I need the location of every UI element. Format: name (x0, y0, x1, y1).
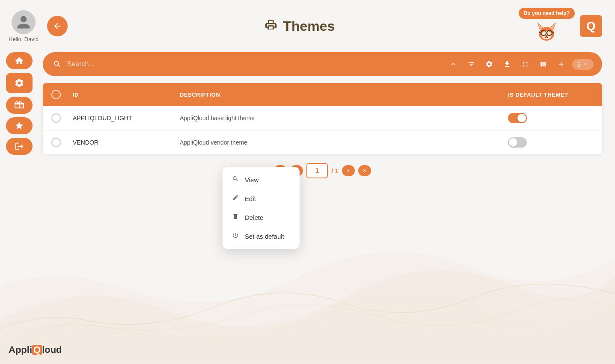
sidebar-item-settings[interactable] (6, 73, 33, 93)
toolbar-actions: 5 (446, 57, 594, 71)
back-button[interactable] (47, 16, 68, 36)
page-input[interactable] (306, 163, 328, 178)
col-default: IS DEFAULT THEME? (508, 92, 594, 98)
context-edit-label: Edit (245, 195, 256, 202)
settings-btn[interactable] (482, 57, 496, 71)
context-set-default-label: Set as default (245, 233, 284, 240)
toggle-2[interactable] (508, 137, 594, 148)
row-id-1: APPLIQLOUD_LIGHT (73, 115, 180, 121)
next-page-btn[interactable] (342, 165, 355, 176)
user-section: Hello, David (9, 10, 39, 42)
help-bubble[interactable]: Do you need help? (519, 8, 575, 19)
per-page-btn[interactable]: 5 (572, 59, 594, 70)
header: Hello, David Themes Do you need help? (0, 0, 615, 52)
download-btn[interactable] (500, 57, 514, 71)
search-icon (51, 58, 64, 71)
edit-icon (231, 194, 240, 203)
page-title-section: Themes (80, 18, 519, 35)
sidebar-item-home[interactable] (6, 52, 33, 69)
user-avatar[interactable] (12, 10, 36, 34)
table-row: VENDOR AppliQloud vendor theme (43, 130, 602, 154)
table-header: ID DESCRIPTION IS DEFAULT THEME? (43, 83, 602, 106)
context-menu-edit[interactable]: Edit (223, 189, 300, 208)
context-view-label: View (245, 176, 258, 183)
sidebar-item-favorites[interactable] (6, 117, 33, 134)
filter-btn[interactable] (464, 57, 478, 71)
toolbar: 5 (43, 52, 602, 76)
columns-btn[interactable] (536, 57, 550, 71)
sidebar-item-voucher[interactable] (6, 97, 33, 114)
set-default-icon (231, 232, 240, 240)
delete-icon (231, 213, 240, 222)
svg-point-9 (545, 35, 548, 37)
sidebar-item-logout[interactable] (6, 138, 33, 155)
search-box (51, 58, 446, 71)
col-id: ID (73, 92, 180, 98)
context-menu: View Edit Delete Set as default (223, 167, 300, 249)
brand-text: AppliQloud (9, 344, 62, 355)
row-radio-2[interactable] (51, 138, 73, 147)
page-title: Themes (283, 18, 335, 34)
add-btn[interactable] (554, 57, 568, 71)
row-desc-1: AppliQloud base light theme (180, 115, 508, 121)
brand-footer: AppliQloud (9, 344, 62, 355)
q-logo[interactable]: Q (580, 15, 602, 37)
row-radio-1[interactable] (51, 113, 73, 123)
row-id-2: VENDOR (73, 139, 180, 146)
themes-icon (264, 18, 278, 35)
view-icon (231, 175, 240, 184)
sidebar (0, 52, 39, 364)
context-menu-delete[interactable]: Delete (223, 208, 300, 227)
sort-btn[interactable] (446, 57, 460, 71)
row-desc-2: AppliQloud vendor theme (180, 139, 508, 146)
toggle-1[interactable] (508, 113, 594, 123)
pagination: / 1 (43, 163, 602, 178)
fox-mascot (534, 19, 559, 44)
expand-btn[interactable] (518, 57, 532, 71)
main-layout: 5 ID DESCRIPTION IS DEFAULT THEME? APP (0, 52, 615, 364)
col-select (51, 90, 73, 99)
user-greeting: Hello, David (9, 36, 39, 42)
header-right: Do you need help? (519, 8, 602, 44)
context-delete-label: Delete (245, 214, 263, 221)
last-page-btn[interactable] (358, 165, 371, 176)
table-row: APPLIQLOUD_LIGHT AppliQloud base light t… (43, 106, 602, 130)
search-input[interactable] (67, 60, 446, 68)
main-content: 5 ID DESCRIPTION IS DEFAULT THEME? APP (39, 52, 615, 364)
col-description: DESCRIPTION (180, 92, 508, 98)
page-total: / 1 (331, 167, 339, 175)
context-menu-view[interactable]: View (223, 170, 300, 189)
context-menu-set-default[interactable]: Set as default (223, 227, 300, 246)
data-table: ID DESCRIPTION IS DEFAULT THEME? APPLIQL… (43, 83, 602, 154)
